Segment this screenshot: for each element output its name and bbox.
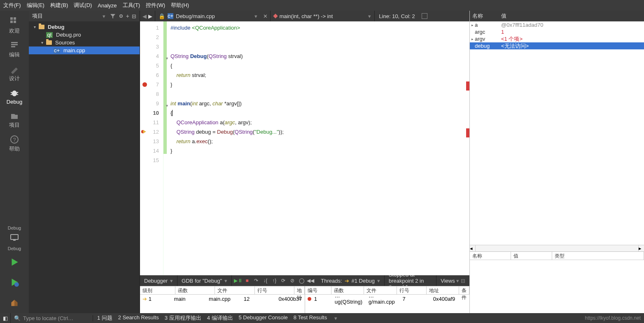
mode-welcome[interactable]: 欢迎 [0,13,29,37]
mode-design[interactable]: 设计 [0,61,29,85]
mode-welcome-label: 欢迎 [9,27,20,35]
col-addr[interactable]: 地址 [427,286,459,294]
run-debug-button[interactable] [9,273,20,293]
locals-row[interactable]: ▸argv<1 个项> [470,35,644,42]
step-out-icon[interactable]: ↑} [271,277,278,284]
debugger-preset[interactable]: GDB for "Debug"▾ [177,275,232,286]
col-addr[interactable]: 地址 [294,286,305,294]
menu-help[interactable]: 帮助(H) [171,2,189,9]
output-tab[interactable]: 3 应用程序输出 [165,314,201,322]
dropdown-icon[interactable]: ▾ [103,13,105,19]
col-cond[interactable]: 条件 [459,286,469,294]
nav-fwd-icon[interactable]: ▶ [148,13,152,19]
debugger-toolbar: Debugger▾ GDB for "Debug"▾ ▶⏸ ■ ↷ ↓{ ↑} … [140,275,469,286]
menu-debug[interactable]: 调试(D) [74,2,92,9]
step-over-icon[interactable]: ↷ [252,277,260,284]
output-tab[interactable]: 8 Test Results [294,314,327,322]
debugger-label[interactable]: Debugger▾ [140,275,177,286]
mode-debug[interactable]: Debug [0,85,29,107]
stop-icon[interactable]: ■ [243,277,251,284]
svg-rect-2 [10,21,13,23]
open-doc-selector[interactable]: 🔒 c+ Debug/main.cpp ▾ [155,11,261,21]
mode-help[interactable]: ?帮助 [0,131,29,155]
diamond-icon [273,14,278,18]
svg-rect-15 [13,240,16,241]
expr-col-name[interactable]: 名称 [470,252,511,260]
scrollbar[interactable]: ◂▸ [470,245,644,251]
tree-item[interactable]: ▾Debug [29,23,140,31]
views-menu[interactable]: Views ▾ ⊟ [436,278,469,284]
locals-col-name[interactable]: 名称 [470,12,499,20]
restart-icon[interactable]: ⟳ [280,277,287,284]
split-icon[interactable]: ⊟ [132,13,136,19]
expr-col-value[interactable]: 值 [511,252,552,260]
expressions-header: 名称 值 类型 [470,252,644,260]
svg-rect-1 [14,17,16,20]
symbol-crumb[interactable]: main(int, char **) -> int ▾ [270,11,375,21]
reverse-icon[interactable]: ◀◀ [307,277,314,284]
filter-icon[interactable] [110,13,116,19]
menu-edit[interactable]: 编辑(E) [27,2,44,9]
expr-col-type[interactable]: 类型 [552,252,644,260]
dropdown-icon[interactable]: ▾ [368,13,371,19]
run-button[interactable] [9,253,20,273]
mode-projects[interactable]: 项目 [0,107,29,131]
dropdown-icon[interactable]: ▾ [334,315,337,321]
locator-input[interactable]: 🔍 Type to locate (Ctrl… [11,315,93,321]
tree-item[interactable]: c+main.cpp [29,46,140,54]
locals-body[interactable]: ▸a@0x7fff11adad70argc1▸argv<1 个项>debug<无… [470,21,644,245]
tree-item[interactable]: qtDebug.pro [29,31,140,39]
locals-row[interactable]: debug<无法访问> [470,42,644,49]
mode-edit[interactable]: 编辑 [0,37,29,61]
locals-row[interactable]: argc1 [470,28,644,35]
open-doc-name: Debug/main.cpp [176,13,215,19]
add-icon[interactable]: + [126,13,129,19]
col-num[interactable]: 编号 [305,286,331,294]
dropdown-icon[interactable]: ▾ [254,13,257,19]
nav-back-icon[interactable]: ◀ [142,13,147,19]
tree-item[interactable]: ▾Sources [29,39,140,46]
locals-row[interactable]: ▸a@0x7fff11adad70 [470,21,644,28]
continue-icon[interactable]: ▶⏸ [234,277,242,284]
build-button[interactable] [9,293,20,313]
abort-icon[interactable]: ⊘ [289,277,296,284]
stack-table[interactable]: 级别 函数 文件 行号 地址 ➔ 1 main main.cpp 12 0x40… [140,286,305,313]
locals-col-value[interactable]: 值 [499,12,644,20]
sidebar-toggle-icon[interactable]: ◧ [0,313,11,323]
threads-selector[interactable]: Threads: ➔ #1 Debug ▾ [317,275,385,286]
output-tab[interactable]: 2 Search Results [118,314,159,322]
close-doc-icon[interactable]: ✕ [261,13,270,19]
menu-build[interactable]: 构建(B) [50,2,68,9]
menu-widgets[interactable]: 控件(W) [146,2,165,9]
col-line[interactable]: 行号 [397,286,427,294]
mode-help-label: 帮助 [9,145,20,153]
output-tab[interactable]: 1 问题 [97,314,112,322]
svg-rect-0 [10,17,13,20]
menu-tools[interactable]: 工具(T) [123,2,140,9]
link-icon[interactable] [118,13,124,19]
debug-controls: ▶⏸ ■ ↷ ↓{ ↑} ⟳ ⊘ ◯ ◀◀ [232,277,317,284]
breakpoint-row[interactable]: 1 …ug(QString) …g/main.cpp 7 0x400af9 [305,295,470,303]
split-editor-icon[interactable] [422,13,427,19]
output-tab[interactable]: 4 编译输出 [207,314,233,322]
stack-row[interactable]: ➔ 1 main main.cpp 12 0x400b37 [140,295,305,303]
debug-tables: 级别 函数 文件 行号 地址 ➔ 1 main main.cpp 12 0x40… [140,286,469,313]
breakpoint-icon [308,297,311,301]
kit-target-icon[interactable] [0,232,29,244]
output-tab[interactable]: 5 Debugger Console [239,314,288,322]
svg-point-7 [12,91,17,96]
kit-selector[interactable]: Debug [8,224,21,232]
menu-analyze[interactable]: Analyze [98,2,117,9]
code-editor[interactable]: 1234▾56789▾101112131415 #include <QCoreA… [140,21,469,275]
col-func[interactable]: 函数 [175,286,215,294]
col-line[interactable]: 行号 [255,286,294,294]
menu-file[interactable]: 文件(F) [3,2,21,9]
svg-line-11 [16,94,18,95]
step-into-icon[interactable]: ↓{ [261,277,269,284]
col-level[interactable]: 级别 [140,286,175,294]
col-file[interactable]: 文件 [215,286,254,294]
cursor-position: Line: 10, Col: 2 [374,11,419,21]
record-icon[interactable]: ◯ [298,277,305,284]
project-tree[interactable]: ▾DebugqtDebug.pro▾Sourcesc+main.cpp [29,21,140,313]
breakpoints-table[interactable]: 编号 函数 文件 行号 地址 条件 1 …ug(QString) …g/main… [305,286,470,313]
